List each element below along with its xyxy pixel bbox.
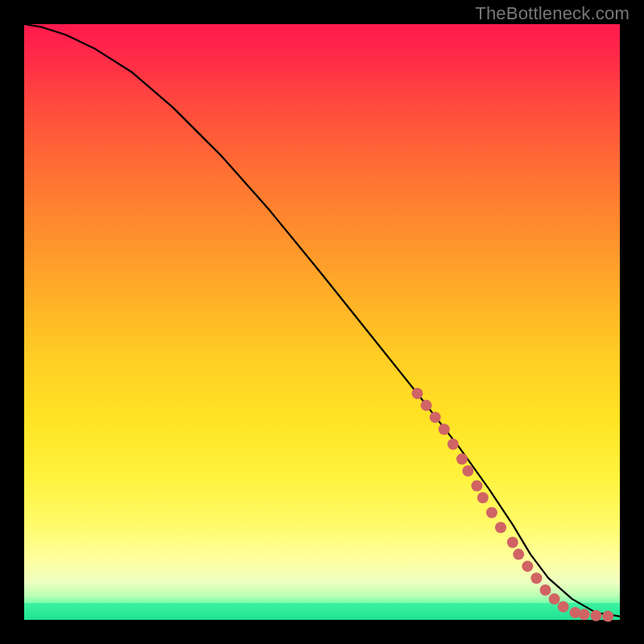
data-point: [486, 507, 497, 518]
data-point: [522, 560, 533, 572]
data-point: [462, 465, 473, 477]
bottleneck-curve: [24, 24, 620, 617]
data-point: [411, 388, 423, 399]
data-point: [456, 453, 468, 464]
data-point: [448, 439, 459, 450]
chart-stage: TheBottleneck.com: [0, 0, 644, 644]
data-point: [471, 481, 482, 492]
watermark-label: TheBottleneck.com: [475, 3, 630, 24]
data-point: [590, 610, 601, 621]
data-point: [579, 609, 590, 620]
data-point: [439, 423, 450, 435]
data-point: [540, 584, 551, 596]
data-point: [530, 572, 542, 584]
data-point: [430, 411, 441, 423]
data-point: [477, 492, 489, 503]
data-point: [549, 593, 560, 605]
data-point: [495, 522, 506, 533]
data-point: [602, 611, 613, 622]
data-point: [507, 537, 518, 548]
plot-area: [24, 24, 620, 620]
data-point: [513, 549, 524, 560]
chart-overlay: [24, 24, 620, 620]
data-point: [421, 400, 432, 411]
data-point: [558, 601, 569, 613]
highlight-dots: [411, 388, 613, 622]
